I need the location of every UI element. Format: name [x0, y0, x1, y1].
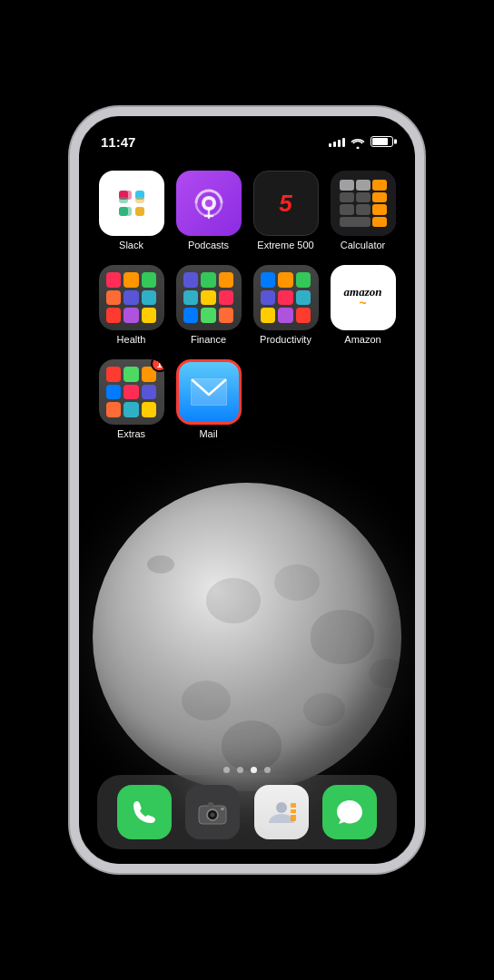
- page-dot-3: [251, 767, 257, 773]
- amazon-label: Amazon: [344, 334, 380, 345]
- page-dots: [223, 767, 271, 773]
- page-dot-1: [223, 767, 230, 773]
- app-health-folder[interactable]: Health: [97, 265, 165, 345]
- app-finance-folder[interactable]: Finance: [174, 265, 242, 345]
- health-label: Health: [117, 334, 146, 345]
- svg-point-9: [205, 200, 212, 207]
- page-dot-2: [237, 767, 243, 773]
- notch: [193, 116, 301, 142]
- calculator-label: Calculator: [341, 240, 386, 250]
- extras-badge: 1: [151, 359, 163, 372]
- dock-phone[interactable]: [117, 785, 172, 839]
- extreme500-label: Extreme 500: [257, 240, 313, 250]
- svg-rect-19: [208, 802, 213, 807]
- mail-label: Mail: [199, 428, 217, 439]
- svg-rect-5: [125, 207, 132, 216]
- extras-label: Extras: [117, 428, 145, 439]
- status-icons: [329, 136, 393, 147]
- slack-label: Slack: [119, 240, 143, 250]
- dock-messages[interactable]: [322, 785, 377, 839]
- app-grid: Slack Podcasts: [97, 171, 397, 439]
- svg-rect-20: [221, 808, 224, 810]
- podcasts-label: Podcasts: [188, 240, 229, 250]
- app-amazon[interactable]: amazon ~ Amazon: [329, 265, 397, 345]
- svg-rect-6: [119, 197, 128, 203]
- svg-point-18: [211, 813, 215, 818]
- app-extras-folder[interactable]: 1 Extras: [97, 359, 165, 439]
- finance-label: Finance: [191, 334, 226, 345]
- svg-rect-3: [135, 207, 144, 216]
- svg-point-21: [276, 802, 287, 813]
- svg-rect-22: [291, 803, 296, 821]
- screen: 11:47: [79, 116, 415, 864]
- dock-contacts[interactable]: [254, 785, 309, 839]
- app-podcasts[interactable]: Podcasts: [174, 171, 242, 250]
- productivity-label: Productivity: [260, 334, 311, 345]
- phone-frame: 11:47: [70, 107, 424, 873]
- svg-rect-7: [135, 197, 144, 203]
- battery-icon: [370, 136, 393, 147]
- wifi-icon: [351, 136, 365, 147]
- time-display: 11:47: [101, 134, 135, 150]
- app-slack[interactable]: Slack: [97, 171, 165, 250]
- page-dot-4: [264, 767, 271, 773]
- app-mail[interactable]: Mail: [174, 359, 242, 439]
- moon-background: [93, 483, 401, 791]
- dock: [97, 775, 397, 849]
- app-productivity-folder[interactable]: Productivity: [252, 265, 320, 345]
- dock-camera[interactable]: [185, 785, 240, 839]
- signal-icon: [329, 136, 345, 147]
- app-extreme500[interactable]: 5 Extreme 500: [252, 171, 320, 250]
- app-calculator[interactable]: Calculator: [329, 171, 397, 250]
